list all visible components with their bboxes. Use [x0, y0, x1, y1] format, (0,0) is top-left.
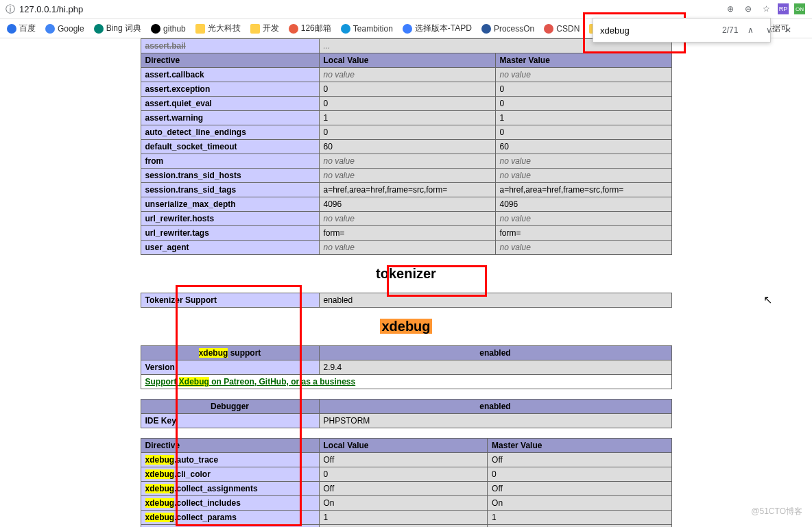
bookmark-百度[interactable]: 百度: [3, 21, 40, 36]
find-count: 2/71: [722, 25, 738, 35]
directive-key: xdebug.auto_trace: [141, 453, 319, 467]
zoom-icon[interactable]: ⊖: [742, 3, 754, 15]
bookmark-label: Teambition: [353, 24, 393, 34]
table-row: assert.callbackno valueno value: [141, 68, 671, 82]
table-row: xdebug.collect_params11: [141, 511, 671, 525]
table-row: session.trans_sid_hostsno valueno value: [141, 169, 671, 183]
table-row: user_agentno valueno value: [141, 241, 671, 255]
bookmark-Teambition[interactable]: Teambition: [337, 23, 397, 35]
mail-icon: [289, 24, 298, 34]
bookmark-label: CSDN: [556, 24, 580, 34]
table-row: xdebug.auto_traceOffOff: [141, 453, 671, 467]
xdebug-support-val: enabled: [319, 346, 671, 360]
bookmark-ProcessOn[interactable]: ProcessOn: [477, 23, 538, 35]
master-value: 0: [495, 82, 671, 97]
master-value: no value: [495, 241, 671, 255]
url-text[interactable]: 127.0.0.1/hi.php: [19, 4, 83, 14]
bookmark-Bing 词典[interactable]: Bing 词典: [90, 21, 145, 36]
bookmark-126邮箱[interactable]: 126邮箱: [285, 21, 335, 36]
bookmark-label: github: [163, 24, 186, 34]
xdebug-directives-table: DirectiveLocal ValueMaster Value xdebug.…: [141, 438, 672, 527]
local-value: no value: [319, 68, 495, 82]
master-value: form=: [495, 226, 671, 241]
bookmark-label: Bing 词典: [106, 23, 141, 34]
find-next-icon[interactable]: ∨: [763, 24, 775, 36]
master-value: 0: [495, 97, 671, 111]
bookmark-选择版本-TAPD[interactable]: 选择版本-TAPD: [398, 21, 476, 36]
directive-key: assert.callback: [141, 68, 319, 82]
local-value: 4096: [319, 197, 495, 212]
browser-url-bar: ⓘ 127.0.0.1/hi.php ⊕ ⊖ ☆ RP ON: [0, 0, 812, 19]
local-value: a=href,area=href,frame=src,form=: [319, 183, 495, 197]
bookmark-github[interactable]: github: [147, 23, 190, 35]
bookmark-Google[interactable]: Google: [41, 23, 88, 35]
bookmark-label: 光大科技: [208, 23, 241, 34]
local-value: 1: [319, 111, 495, 125]
table-row: xdebug.collect_includesOnOn: [141, 496, 671, 511]
table-row: assert.exception00: [141, 82, 671, 97]
directive-key: session.trans_sid_tags: [141, 183, 319, 197]
local-value: 0: [319, 82, 495, 97]
bookmark-光大科技[interactable]: 光大科技: [191, 21, 245, 36]
master-value: no value: [495, 154, 671, 169]
table-row: xdebug.cli_color00: [141, 467, 671, 482]
bookmark-label: Google: [58, 24, 84, 34]
truncated-directive: assert.bail: [145, 41, 186, 51]
local-value: 0: [319, 467, 488, 482]
master-value: 1: [495, 111, 671, 125]
bookmark-label: 126邮箱: [301, 23, 331, 34]
local-value: form=: [319, 226, 495, 241]
local-value: On: [319, 496, 488, 511]
github-icon: [151, 24, 160, 34]
tokenizer-val: enabled: [319, 293, 671, 308]
tokenizer-table: Tokenizer Supportenabled: [141, 293, 672, 308]
bing-icon: [94, 24, 104, 34]
master-value: 4096: [495, 197, 671, 212]
master-value: no value: [495, 169, 671, 183]
directive-key: default_socket_timeout: [141, 140, 319, 154]
col-master: Master Value: [495, 53, 671, 68]
master-value: On: [488, 496, 671, 511]
bookmark-label: 选择版本-TAPD: [415, 23, 472, 34]
tokenizer-key: Tokenizer Support: [141, 293, 319, 308]
directive-key: unserialize_max_depth: [141, 197, 319, 212]
bookmark-开发[interactable]: 开发: [246, 21, 283, 36]
table-row: auto_detect_line_endings00: [141, 125, 671, 140]
tapd-icon: [403, 24, 412, 34]
master-value: no value: [495, 68, 671, 82]
local-value: Off: [319, 525, 488, 528]
debugger-val: enabled: [319, 400, 671, 414]
baidu-icon: [7, 24, 16, 34]
table-row: session.trans_sid_tagsa=href,area=href,f…: [141, 183, 671, 197]
xd-col-directive: Directive: [141, 439, 319, 453]
find-bar: 2/71 ∧ ∨ ✕: [593, 18, 771, 42]
directive-key: url_rewriter.tags: [141, 226, 319, 241]
support-link[interactable]: Support Xdebug on Patreon, GitHub, or as…: [145, 377, 356, 387]
master-value: a=href,area=href,frame=src,form=: [495, 183, 671, 197]
local-value: 1: [319, 511, 488, 525]
directive-key: assert.warning: [141, 111, 319, 125]
page-content: assert.bail... DirectiveLocal ValueMaste…: [0, 38, 812, 527]
csdn-icon: [544, 24, 553, 34]
info-icon[interactable]: ⓘ: [5, 3, 15, 16]
idekey-val: PHPSTORM: [319, 414, 671, 428]
xdebug-support-table: xdebug supportenabled Version2.9.4 Suppo…: [141, 345, 672, 389]
bookmark-CSDN[interactable]: CSDN: [540, 23, 584, 35]
tb-icon: [341, 24, 350, 34]
extension-rp-icon[interactable]: RP: [778, 3, 789, 14]
xd-col-local: Local Value: [319, 439, 488, 453]
find-close-icon[interactable]: ✕: [782, 24, 794, 36]
directive-key: assert.quiet_eval: [141, 97, 319, 111]
directive-key: user_agent: [141, 241, 319, 255]
local-value: Off: [319, 482, 488, 496]
find-prev-icon[interactable]: ∧: [745, 24, 756, 36]
local-value: 60: [319, 140, 495, 154]
find-input[interactable]: [600, 25, 715, 36]
bookmark-label: 开发: [263, 23, 279, 34]
po-icon: [481, 24, 491, 34]
local-value: no value: [319, 241, 495, 255]
star-icon[interactable]: ☆: [760, 3, 772, 15]
extension-on-icon[interactable]: ON: [794, 3, 805, 14]
table-row: url_rewriter.tagsform=form=: [141, 226, 671, 241]
translate-icon[interactable]: ⊕: [724, 3, 737, 15]
